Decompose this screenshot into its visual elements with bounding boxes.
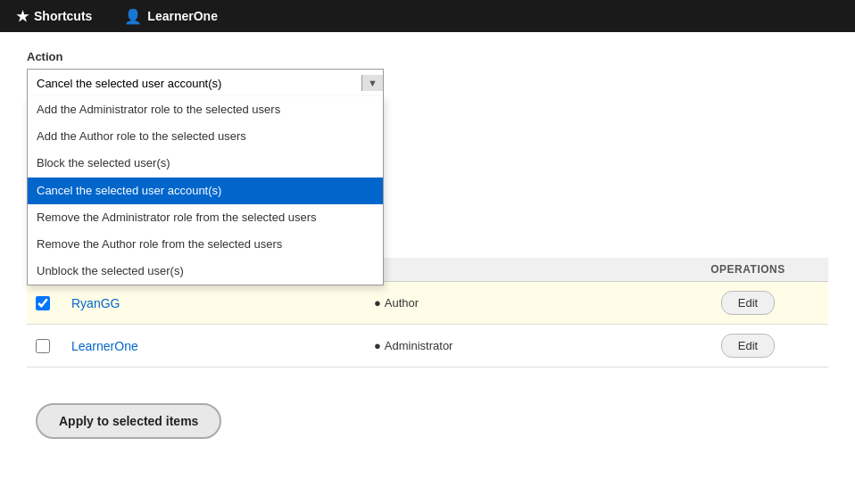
row-checkbox-row-learnerone[interactable] (36, 339, 50, 353)
user-role: ●Author (374, 296, 677, 310)
chevron-down-icon: ▼ (361, 75, 383, 91)
shortcuts-nav-item[interactable]: ★ Shortcuts (9, 4, 99, 29)
table-body: RyanGG●AuthorEditLearnerOne●Administrato… (27, 282, 828, 368)
dropdown-option-add-admin[interactable]: Add the Administrator role to the select… (28, 96, 383, 123)
user-role: ●Administrator (374, 339, 677, 352)
dropdown-option-remove-author[interactable]: Remove the Author role from the selected… (28, 231, 383, 258)
dropdown-option-unblock[interactable]: Unblock the selected user(s) (28, 258, 383, 285)
header-operations-col: OPERATIONS (677, 263, 819, 276)
row-checkbox-row-ryangg[interactable] (36, 296, 50, 310)
action-label: Action (27, 50, 828, 63)
user-label: LearnerOne (147, 9, 218, 23)
star-icon: ★ (16, 8, 29, 25)
dropdown-option-cancel[interactable]: Cancel the selected user account(s) (28, 178, 383, 204)
table-row: RyanGG●AuthorEdit (27, 282, 828, 325)
main-content: Action Cancel the selected user account(… (0, 32, 855, 471)
edit-button[interactable]: Edit (721, 291, 775, 315)
dropdown-option-add-author[interactable]: Add the Author role to the selected user… (28, 123, 383, 150)
header-role-col (374, 263, 677, 276)
content-wrapper: Action Cancel the selected user account(… (27, 50, 828, 453)
table-row: LearnerOne●AdministratorEdit (27, 325, 828, 368)
user-name-link[interactable]: RyanGG (71, 296, 374, 310)
dropdown-option-block[interactable]: Block the selected user(s) (28, 150, 383, 177)
user-name-link[interactable]: LearnerOne (71, 339, 374, 353)
apply-button[interactable]: Apply to selected items (36, 403, 221, 439)
apply-section: Apply to selected items (27, 389, 828, 453)
dropdown-option-remove-admin[interactable]: Remove the Administrator role from the s… (28, 204, 383, 231)
top-navigation: ★ Shortcuts 👤 LearnerOne (0, 0, 855, 32)
action-dropdown-list: Add the Administrator role to the select… (27, 96, 384, 285)
user-icon: 👤 (124, 8, 142, 25)
action-dropdown-selected[interactable]: Cancel the selected user account(s) ▼ (27, 69, 384, 97)
edit-button[interactable]: Edit (721, 334, 775, 358)
action-dropdown-wrapper: Cancel the selected user account(s) ▼ Ad… (27, 69, 384, 97)
shortcuts-label: Shortcuts (34, 9, 92, 23)
action-dropdown-value: Cancel the selected user account(s) (37, 77, 221, 90)
user-nav-item[interactable]: 👤 LearnerOne (117, 4, 225, 29)
